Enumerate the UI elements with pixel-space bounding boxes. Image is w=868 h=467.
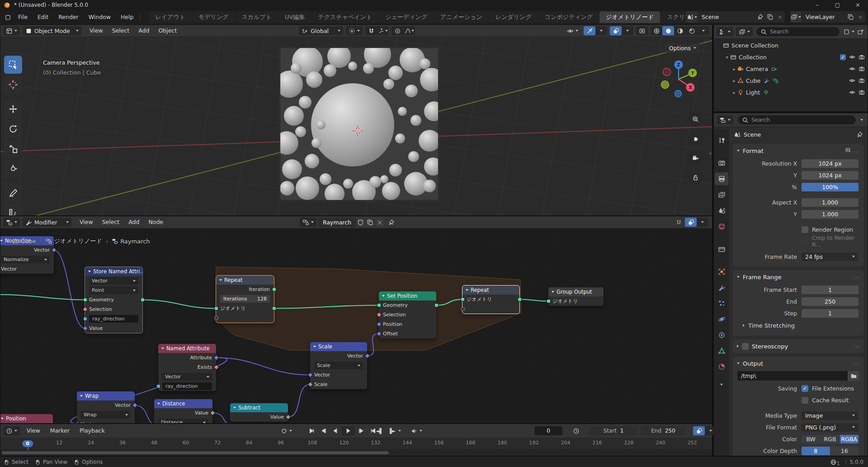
- node-text-field[interactable]: ray_direction: [89, 315, 138, 323]
- move-tool[interactable]: [4, 100, 22, 118]
- frame-step-field[interactable]: 1: [802, 309, 859, 318]
- resolution-x-field[interactable]: 1024 px: [802, 159, 859, 168]
- node-tree-type-dropdown[interactable]: Modifier: [23, 218, 71, 227]
- overlays-toggle[interactable]: [693, 426, 705, 435]
- node-header[interactable]: Position: [0, 414, 53, 423]
- workspace-tab[interactable]: スカルプト: [236, 11, 278, 23]
- scene-name[interactable]: Scene: [697, 14, 755, 20]
- node-text-field[interactable]: ray_direction: [162, 382, 212, 390]
- properties-tab-collection[interactable]: [715, 243, 728, 255]
- close-button[interactable]: ×: [848, 0, 868, 10]
- node-dropdown[interactable]: Vector: [89, 277, 138, 285]
- filter-funnel-icon[interactable]: [843, 29, 850, 35]
- maximize-button[interactable]: ▢: [827, 0, 848, 10]
- node-distance[interactable]: DistanceValueDistance: [154, 399, 212, 424]
- time-stretching-header[interactable]: Time Stretching: [733, 319, 864, 332]
- overlays-toggle[interactable]: [685, 218, 697, 227]
- node-scale[interactable]: ScaleVectorScaleVectorScale: [310, 342, 367, 389]
- aspect-x-field[interactable]: 1.000: [802, 198, 859, 207]
- expand-arrow[interactable]: ▸: [731, 78, 737, 83]
- node-subtract[interactable]: SubtractValue: [230, 403, 288, 422]
- node-named_attr[interactable]: Named AttributeAttributeExistsVectorray_…: [158, 344, 216, 391]
- node-group_out[interactable]: Group Outputジオメトリ: [548, 287, 604, 306]
- copy-icon[interactable]: [366, 218, 375, 227]
- node-menu-node[interactable]: Node: [144, 216, 168, 228]
- magnet-icon[interactable]: [675, 219, 682, 226]
- camera-toggle-icon[interactable]: [859, 89, 865, 95]
- editor-type-button[interactable]: [717, 115, 733, 124]
- menu-render[interactable]: Render: [53, 10, 84, 24]
- properties-tab-world[interactable]: [715, 220, 728, 233]
- outliner-row-cube[interactable]: ▸Cube: [714, 75, 868, 86]
- workspace-tab[interactable]: シェーディング: [379, 11, 434, 23]
- folder-button[interactable]: [848, 371, 859, 381]
- prev-keyframe-button[interactable]: [318, 426, 329, 436]
- overlays-dropdown[interactable]: [697, 218, 708, 227]
- shading-dropdown[interactable]: [698, 26, 709, 35]
- node-menu-select[interactable]: Select: [98, 216, 124, 228]
- stereoscopy-checkbox[interactable]: [742, 343, 749, 350]
- node-repeat_out[interactable]: Repeatジオメトリ: [462, 286, 519, 314]
- annotate-tool[interactable]: [4, 184, 22, 202]
- node-position[interactable]: Position: [0, 414, 53, 423]
- menu-help[interactable]: Help: [116, 10, 139, 24]
- rotate-tool[interactable]: [4, 120, 22, 138]
- output-header[interactable]: Output:::: [733, 357, 864, 370]
- auto-key-icon[interactable]: [281, 428, 288, 434]
- frame-rate-dropdown[interactable]: 24 fps: [802, 253, 859, 261]
- tabs-overflow-chevron[interactable]: [720, 379, 723, 387]
- select-box-tool[interactable]: [4, 56, 22, 74]
- editor-type-button[interactable]: [3, 426, 20, 435]
- expand-arrow[interactable]: ▸: [731, 67, 737, 71]
- clock-icon[interactable]: [573, 428, 580, 434]
- properties-tab-constraints[interactable]: [715, 329, 728, 341]
- properties-tab-tool[interactable]: [715, 134, 728, 147]
- gizmos-toggle[interactable]: [584, 26, 595, 35]
- prev-frame-button[interactable]: ◄▌: [374, 426, 385, 436]
- outliner-row-scene-collection[interactable]: Scene Collection: [714, 39, 868, 51]
- timeline-menu-playback[interactable]: Playback: [75, 424, 110, 438]
- transform-tool[interactable]: [4, 160, 22, 178]
- node-dropdown[interactable]: Distance: [158, 419, 208, 424]
- outliner-row-camera[interactable]: ▸Camera: [714, 63, 868, 75]
- transform-orientation-dropdown[interactable]: Global: [299, 26, 343, 35]
- presets-icon[interactable]: [844, 147, 851, 153]
- expand-arrow[interactable]: ▸: [731, 90, 737, 95]
- editor-type-button[interactable]: [3, 26, 20, 35]
- properties-tab-object[interactable]: [715, 265, 728, 278]
- viewlayer-selector[interactable]: ViewLayer ×: [790, 11, 865, 23]
- copy-icon[interactable]: [765, 14, 775, 20]
- node-dropdown[interactable]: Wrap: [81, 411, 131, 419]
- navigation-gizmo[interactable]: Z Y X: [658, 58, 699, 100]
- workspace-tab[interactable]: アニメーション: [434, 11, 489, 23]
- blender-menu-icon[interactable]: [5, 14, 11, 21]
- frame-end-field[interactable]: End250: [641, 426, 686, 435]
- scene-selector[interactable]: Scene ×: [686, 11, 785, 23]
- node-set_pos[interactable]: Set PositionGeometrySelectionPositionOff…: [379, 291, 436, 338]
- camera-toggle-icon[interactable]: [859, 77, 865, 84]
- workspace-tab[interactable]: ジオメトリノード: [599, 11, 660, 23]
- properties-tab-modifier[interactable]: [715, 281, 728, 294]
- node-header[interactable]: Scale: [310, 342, 367, 351]
- shade-render-button[interactable]: [686, 26, 698, 35]
- cache-result-checkbox[interactable]: [802, 397, 808, 404]
- menu-edit[interactable]: Edit: [33, 10, 53, 24]
- shade-material-button[interactable]: [674, 26, 686, 35]
- outliner-row-light[interactable]: ▸Light: [714, 86, 868, 98]
- viewport-menu-select[interactable]: Select: [108, 25, 134, 37]
- viewlayer-name[interactable]: ViewLayer: [801, 14, 845, 20]
- next-keyframe-button[interactable]: [355, 426, 367, 436]
- node-number-field[interactable]: Iterations128: [220, 295, 270, 303]
- scrollbar-handle[interactable]: [2, 451, 389, 454]
- node-store[interactable]: Store Named Attri...VectorPointGeometryS…: [85, 267, 142, 333]
- overlays-toggle[interactable]: [610, 26, 622, 35]
- new-collection-icon[interactable]: [857, 29, 864, 35]
- unlink-icon[interactable]: ×: [775, 14, 785, 20]
- frame-start-field[interactable]: 1: [802, 286, 859, 294]
- node-header[interactable]: Repeat: [462, 286, 519, 295]
- node-header[interactable]: Named Attribute: [158, 344, 216, 353]
- properties-tab-data[interactable]: [715, 344, 728, 357]
- node-dropdown[interactable]: Scale: [314, 362, 363, 369]
- node-tree-name-field[interactable]: Raymarch ×: [318, 218, 384, 227]
- frame-start-field[interactable]: Start1: [589, 426, 638, 435]
